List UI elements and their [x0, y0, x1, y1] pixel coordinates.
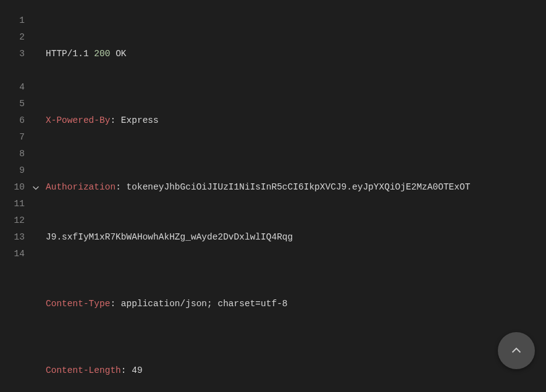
- code-line: X-Powered-By: Express: [46, 112, 534, 129]
- header-value: application/json; charset=utf-8: [121, 299, 288, 309]
- line-number: [0, 62, 30, 79]
- http-protocol: HTTP/1.1: [46, 49, 89, 59]
- line-number: 5: [0, 96, 30, 112]
- line-number: 12: [0, 212, 30, 229]
- line-number: 1: [0, 12, 30, 29]
- fold-gutter: [30, 12, 42, 392]
- line-number-gutter: 1 2 3 4 5 6 7 8 9 10 11 12 13 14: [0, 12, 30, 392]
- header-value: Express: [121, 115, 159, 125]
- line-number: 4: [0, 79, 30, 96]
- header-value: tokeneyJhbGciOiJIUzI1NiIsInR5cCI6IkpXVCJ…: [127, 182, 471, 192]
- code-line: Authorization: tokeneyJhbGciOiJIUzI1NiIs…: [46, 179, 534, 196]
- code-line: Content-Length: 49: [46, 362, 534, 379]
- chevron-down-icon: [32, 183, 40, 192]
- line-number: 3: [0, 46, 30, 62]
- code-line-wrap: J9.sxfIyM1xR7KbWAHowhAkHZg_wAyde2DvDxlwl…: [46, 229, 534, 246]
- code-line: HTTP/1.1 200 OK: [46, 46, 534, 62]
- line-number: 11: [0, 196, 30, 212]
- header-name: Authorization: [46, 182, 116, 192]
- header-value-wrap: J9.sxfIyM1xR7KbWAHowhAkHZg_wAyde2DvDxlwl…: [46, 232, 293, 242]
- http-reason: OK: [116, 49, 126, 59]
- line-number: 8: [0, 146, 30, 162]
- scroll-to-top-button[interactable]: [498, 332, 535, 369]
- line-number: 13: [0, 229, 30, 246]
- code-editor: 1 2 3 4 5 6 7 8 9 10 11 12 13 14 HTTP/1.…: [0, 0, 546, 392]
- code-content[interactable]: HTTP/1.1 200 OK X-Powered-By: Express Au…: [42, 12, 546, 392]
- line-number: 6: [0, 112, 30, 129]
- line-number: 10: [0, 179, 30, 196]
- header-name: X-Powered-By: [46, 115, 110, 125]
- fold-toggle[interactable]: [30, 179, 42, 196]
- chevron-up-icon: [510, 344, 523, 357]
- http-status-code: 200: [94, 49, 110, 59]
- line-number: 14: [0, 246, 30, 262]
- header-name: Content-Type: [46, 299, 110, 309]
- line-number: 2: [0, 29, 30, 46]
- code-line: Content-Type: application/json; charset=…: [46, 296, 534, 312]
- header-name: Content-Length: [46, 365, 121, 375]
- header-value: 49: [132, 365, 142, 375]
- line-number: 9: [0, 162, 30, 179]
- line-number: 7: [0, 129, 30, 146]
